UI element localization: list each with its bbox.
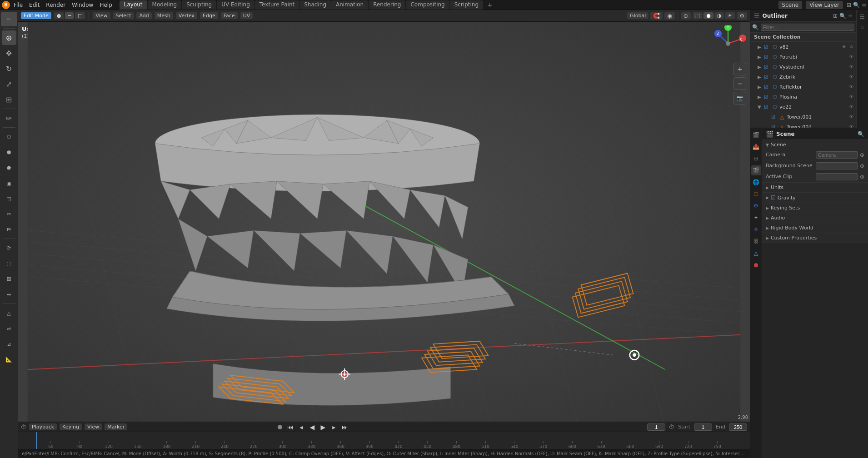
workspace-add-tab[interactable]: + <box>484 0 496 10</box>
restrict-hide-icon[interactable]: 👁 <box>841 44 847 50</box>
end-frame-input[interactable] <box>729 423 747 431</box>
visibility-check[interactable]: ☑ <box>764 45 770 50</box>
outliner-item-tower001[interactable]: ☑ △ Tower.001 👁 <box>750 112 856 122</box>
edge-mode-icon[interactable]: ─ <box>65 12 74 19</box>
properties-search-icon[interactable]: 🔍 <box>858 131 864 137</box>
playback-menu[interactable]: Playback <box>29 423 57 430</box>
header-menu-uv[interactable]: UV <box>240 12 253 19</box>
tab-animation[interactable]: Animation <box>331 0 368 10</box>
restrict-hide-icon[interactable]: 👁 <box>848 84 854 90</box>
header-menu-face[interactable]: Face <box>221 12 238 19</box>
camera-input[interactable] <box>816 151 858 159</box>
visibility-check[interactable]: ☑ <box>764 75 770 80</box>
outliner-item-potrubi[interactable]: ▶ ☑ ⬡ Potrubi 👁 <box>750 52 856 62</box>
poly-build-tool[interactable]: △ <box>2 306 16 320</box>
header-menu-vertex[interactable]: Vertex <box>176 12 197 19</box>
offset-edge-loop-tool[interactable]: ◫ <box>2 191 16 206</box>
constraints-props-icon[interactable]: ⛓ <box>751 236 761 246</box>
outliner-item-zebrik[interactable]: ▶ ☑ ⬡ Zebrik 👁 <box>750 72 856 82</box>
outliner-search-input[interactable] <box>761 24 854 31</box>
filter-icon[interactable]: ≡ <box>862 2 866 8</box>
search-icon[interactable]: 🔍 <box>853 2 860 8</box>
timeline-ruler[interactable]: 60 90 120 150 180 210 240 270 300 330 36… <box>18 432 750 449</box>
solid-icon[interactable]: ● <box>703 12 713 19</box>
restrict-hide-icon[interactable]: 👁 <box>848 124 854 128</box>
restrict-hide-icon[interactable]: 👁 <box>848 54 854 60</box>
outliner-search-btn[interactable]: 🔍 <box>839 13 846 19</box>
zoom-out-btn[interactable]: − <box>733 77 746 90</box>
camera-view-btn[interactable]: 📷 <box>733 92 746 105</box>
randomize-tool[interactable]: ⚄ <box>2 272 16 286</box>
restrict-select-icon[interactable]: ⊕ <box>848 44 854 50</box>
transform-tool[interactable]: ⊞ <box>2 92 16 107</box>
tab-texture-paint[interactable]: Texture Paint <box>255 0 299 10</box>
menu-help[interactable]: Help <box>97 1 115 9</box>
visibility-check[interactable]: ☑ <box>771 124 778 128</box>
world-props-icon[interactable]: 🌐 <box>751 177 761 187</box>
move-tool[interactable]: ✥ <box>2 46 16 60</box>
material-props-icon[interactable]: ● <box>751 260 761 270</box>
view-layer-props-icon[interactable]: ⊞ <box>751 154 761 164</box>
visibility-check[interactable]: ☑ <box>771 114 778 119</box>
bevel-tool[interactable]: ⬟ <box>2 160 16 175</box>
transform-orientation[interactable]: Global <box>627 12 649 19</box>
slide-relax-tool[interactable]: ↔ <box>2 287 16 302</box>
view-menu[interactable]: View <box>85 423 102 430</box>
header-menu-add[interactable]: Add <box>136 12 151 19</box>
scale-tool[interactable]: ⤢ <box>2 77 16 91</box>
render-props-icon[interactable]: 🎬 <box>751 130 761 140</box>
object-props-icon[interactable]: ⬡ <box>751 189 761 199</box>
next-keyframe-btn[interactable]: ▸ <box>329 423 339 432</box>
material-preview-icon[interactable]: ◑ <box>714 12 724 19</box>
view-layer-selector[interactable]: View Layer <box>806 1 843 9</box>
camera-picker-icon[interactable]: ⊕ <box>860 152 864 158</box>
axis-widget[interactable]: X Y Z <box>710 25 746 62</box>
restrict-hide-icon[interactable]: 👁 <box>848 94 854 100</box>
active-clip-input[interactable] <box>816 173 858 180</box>
outliner-item-v82[interactable]: ▶ ☑ ⬡ v82 👁 ⊕ <box>750 42 856 52</box>
menu-window[interactable]: Window <box>69 1 96 9</box>
jump-end-btn[interactable]: ⏭ <box>340 423 349 432</box>
zoom-in-btn[interactable]: + <box>733 63 746 75</box>
outliner-item-plosina[interactable]: ▶ ☑ ⬡ Plosina 👁 <box>750 92 856 102</box>
visibility-check[interactable]: ☑ <box>764 65 770 70</box>
visibility-check[interactable]: ☑ <box>764 85 770 90</box>
gravity-checkbox[interactable]: ☑ <box>771 194 776 201</box>
play-reverse-btn[interactable]: ◀ <box>308 423 317 432</box>
jump-start-btn[interactable]: ⏮ <box>286 423 295 432</box>
keying-sets-section-header[interactable]: ▶ Keying Sets <box>762 203 868 213</box>
gravity-section-header[interactable]: ▶ ☑ Gravity <box>762 193 868 203</box>
outliner-filter2-btn[interactable]: ≡ <box>848 13 853 19</box>
header-menu-view[interactable]: View <box>93 12 110 19</box>
outliner-settings-icon[interactable]: ☰ <box>858 12 868 22</box>
menu-render[interactable]: Render <box>43 1 68 9</box>
data-props-icon[interactable]: △ <box>751 248 761 258</box>
tab-shading[interactable]: Shading <box>299 0 331 10</box>
tab-rendering[interactable]: Rendering <box>369 0 405 10</box>
audio-section-header[interactable]: ▶ Audio <box>762 213 868 223</box>
mode-select-btn[interactable]: ✏ <box>1 12 17 26</box>
inset-tool[interactable]: ⬢ <box>2 145 16 159</box>
prev-keyframe-btn[interactable]: ◂ <box>297 423 306 432</box>
tab-uv-editing[interactable]: UV Editing <box>217 0 254 10</box>
menu-file[interactable]: File <box>11 1 25 9</box>
extrude-tool[interactable]: ⬡ <box>2 129 16 144</box>
particles-props-icon[interactable]: ✦ <box>751 213 761 223</box>
editor-type-icon[interactable]: ⚙ <box>737 12 747 20</box>
outliner-filter-btn[interactable]: ⊞ <box>833 13 838 19</box>
scene-selector[interactable]: Scene <box>778 1 803 9</box>
header-menu-edge[interactable]: Edge <box>200 12 218 19</box>
knife-tool[interactable]: ✂ <box>2 207 16 221</box>
outliner-item-vystudenl[interactable]: ▶ ☑ ⬡ Vystudenl 👁 <box>750 62 856 72</box>
snap-icon[interactable]: 🧲 <box>650 12 663 20</box>
visibility-check[interactable]: ☑ <box>764 55 770 60</box>
current-frame-input[interactable] <box>647 423 665 431</box>
measure-tool[interactable]: 📐 <box>2 352 16 367</box>
scene-section-header[interactable]: ▼ Scene <box>762 140 868 149</box>
output-props-icon[interactable]: 📤 <box>751 142 761 152</box>
modifier-props-icon[interactable]: ⚙ <box>751 201 761 211</box>
smooth-tool[interactable]: ◌ <box>2 256 16 271</box>
custom-properties-section-header[interactable]: ▶ Custom Properties <box>762 233 868 243</box>
mode-dropdown[interactable]: Edit Mode <box>21 12 51 19</box>
start-frame-input[interactable] <box>694 423 712 431</box>
